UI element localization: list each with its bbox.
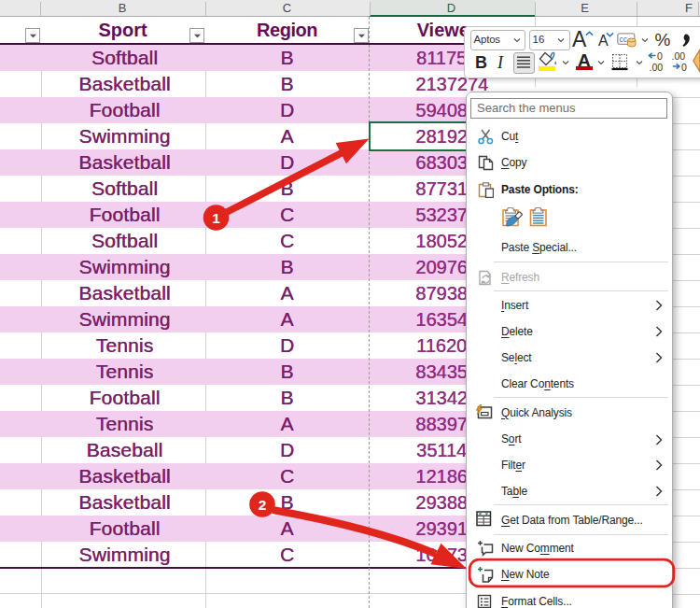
svg-text:2: 2 [259,497,267,513]
svg-text:1: 1 [212,210,220,226]
